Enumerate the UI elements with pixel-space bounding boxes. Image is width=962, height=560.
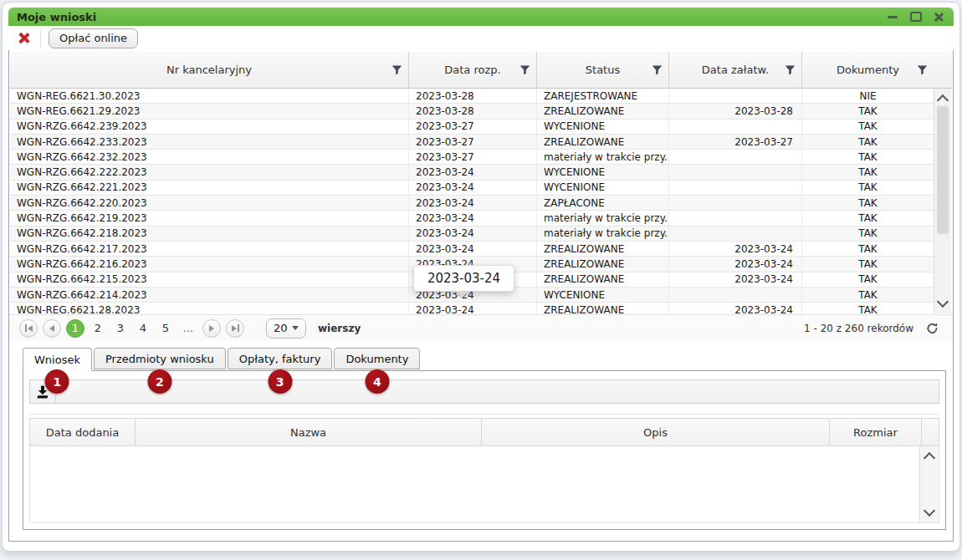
page-number[interactable]: 4 (134, 319, 152, 338)
pagination-right: 1 - 20 z 260 rekordów (804, 321, 943, 335)
annotation-badge: 3 (268, 369, 292, 394)
table-row[interactable]: WGN-RZG.6642.232.2023 2023-03-27 materia… (10, 150, 934, 165)
cell-status: materiały w trakcie przy... (536, 211, 668, 225)
table-row[interactable]: WGN-RZG.6642.233.2023 2023-03-27 ZREALIZ… (10, 135, 934, 150)
last-page-button[interactable] (226, 319, 244, 338)
documents-column-header[interactable]: Rozmiar (829, 419, 921, 445)
table-row[interactable]: WGN-RZG.6642.222.2023 2023-03-24 WYCENIO… (10, 165, 934, 180)
cell-data-rozp: 2023-03-24 (408, 242, 536, 256)
first-page-button[interactable] (19, 319, 38, 338)
cell-status: WYCENIONE (536, 165, 668, 179)
cell-data-zalatw (668, 288, 801, 302)
grid-header-filler (934, 52, 952, 88)
filter-icon[interactable] (917, 64, 928, 75)
cell-data-zalatw: 2023-03-24 (668, 257, 801, 271)
grid-column-header[interactable]: Data załatw. (668, 52, 801, 88)
cell-nr-kancelaryjny: WGN-RZG.6642.215.2023 (10, 272, 408, 287)
tab-label: Przedmioty wniosku (105, 353, 214, 365)
cell-dokumenty: TAK (801, 227, 934, 241)
filter-icon[interactable] (785, 64, 796, 75)
cell-data-rozp: 2023-03-24 (408, 227, 536, 241)
cell-status: WYCENIONE (536, 181, 668, 195)
cell-nr-kancelaryjny: WGN-RZG.6642.214.2023 (10, 288, 408, 302)
prev-page-button[interactable] (43, 319, 61, 338)
cell-data-rozp: 2023-03-28 (408, 104, 536, 118)
page-number[interactable]: 3 (111, 319, 130, 338)
page-size-select[interactable]: 20 (266, 318, 306, 339)
table-row[interactable]: WGN-RZG.6642.219.2023 2023-03-24 materia… (10, 211, 934, 226)
documents-column-header[interactable]: Opis (481, 419, 829, 445)
cell-dokumenty: TAK (801, 303, 934, 313)
filter-icon[interactable] (519, 64, 530, 75)
table-row[interactable]: WGN-RZG.6642.221.2023 2023-03-24 WYCENIO… (10, 181, 934, 196)
grid-column-header[interactable]: Data rozp. (408, 52, 536, 88)
scroll-up-icon[interactable] (937, 94, 949, 106)
annotation-badge: 2 (147, 369, 171, 394)
cell-dokumenty: TAK (801, 288, 934, 302)
cell-dokumenty: TAK (801, 165, 934, 179)
table-row[interactable]: WGN-RZG.6642.220.2023 2023-03-24 ZAPŁACO… (10, 196, 934, 211)
scrollbar-thumb[interactable] (937, 106, 949, 234)
cell-data-rozp: 2023-03-24 (408, 303, 536, 313)
page-size-value: 20 (274, 322, 288, 334)
grid-column-header[interactable]: Dokumenty (801, 52, 934, 88)
grid-column-header[interactable]: Nr kancelaryjny (10, 52, 408, 88)
cell-data-zalatw: 2023-03-28 (668, 104, 801, 118)
table-row[interactable]: WGN-REG.6621.28.2023 2023-03-24 ZREALIZO… (10, 303, 934, 313)
documents-scrollbar[interactable] (919, 446, 939, 522)
maximize-button[interactable] (909, 11, 922, 23)
scroll-down-icon[interactable] (924, 505, 935, 517)
page-number[interactable]: 1 (66, 319, 84, 338)
filter-icon[interactable] (652, 64, 663, 75)
documents-column-header[interactable]: Nazwa (135, 419, 481, 445)
table-row[interactable]: WGN-RZG.6642.217.2023 2023-03-24 ZREALIZ… (10, 242, 934, 257)
cell-nr-kancelaryjny: WGN-RZG.6642.217.2023 (10, 242, 408, 256)
table-row[interactable]: WGN-RZG.6642.218.2023 2023-03-24 materia… (10, 227, 934, 242)
cell-status: ZREALIZOWANE (536, 104, 668, 118)
prev-page-icon (49, 325, 54, 332)
annotation-badge: 1 (45, 369, 69, 394)
cell-dokumenty: TAK (801, 150, 934, 164)
cell-status: ZREALIZOWANE (536, 257, 668, 271)
cell-data-rozp: 2023-03-24 (408, 211, 536, 225)
page-number[interactable]: 5 (156, 319, 175, 338)
documents-column-header[interactable]: Data dodania (30, 419, 135, 445)
table-row[interactable]: WGN-REG.6621.30.2023 2023-03-28 ZAREJEST… (10, 89, 934, 104)
cell-dokumenty: TAK (801, 196, 934, 210)
grid-column-header[interactable]: Status (536, 52, 668, 88)
table-row[interactable]: WGN-RZG.6642.239.2023 2023-03-27 WYCENIO… (10, 120, 934, 135)
cell-nr-kancelaryjny: WGN-RZG.6642.218.2023 (10, 227, 408, 241)
cell-dokumenty: TAK (801, 120, 934, 134)
toolbar-divider (40, 29, 41, 48)
cell-data-zalatw: 2023-03-24 (668, 272, 801, 287)
cell-dokumenty: TAK (801, 181, 934, 195)
minimize-button[interactable] (886, 11, 898, 23)
next-page-button[interactable] (202, 319, 221, 338)
close-window-button[interactable] (933, 11, 945, 23)
pay-online-button[interactable]: Opłać online (49, 28, 138, 48)
grid-scrollbar[interactable] (934, 89, 951, 313)
tab[interactable]: Przedmioty wniosku 2 (94, 348, 226, 369)
documents-grid: Data dodania Nazwa Opis Rozmiar (29, 414, 939, 523)
documents-header-filler (921, 419, 939, 445)
next-page-icon (209, 325, 214, 332)
tab[interactable]: Dokumenty 4 (334, 348, 420, 369)
red-x-icon (18, 32, 31, 44)
filter-icon[interactable] (391, 64, 402, 75)
tab[interactable]: Opłaty, faktury 3 (228, 348, 333, 369)
cell-dokumenty: TAK (801, 135, 934, 149)
table-row[interactable]: WGN-REG.6621.29.2023 2023-03-28 ZREALIZO… (10, 104, 934, 119)
refresh-icon[interactable] (925, 321, 939, 335)
page-number[interactable]: 2 (89, 319, 107, 338)
tab-label: Opłaty, faktury (239, 353, 321, 365)
annotation-badge: 4 (365, 369, 389, 394)
cell-nr-kancelaryjny: WGN-REG.6621.29.2023 (10, 104, 408, 118)
close-view-button[interactable] (16, 30, 33, 47)
scroll-up-icon[interactable] (924, 452, 935, 464)
cell-status: ZAREJESTROWANE (536, 89, 668, 103)
cell-nr-kancelaryjny: WGN-RZG.6642.220.2023 (10, 196, 408, 210)
tab[interactable]: Wniosek 1 (23, 348, 92, 371)
page-number[interactable]: ... (179, 319, 197, 338)
cell-nr-kancelaryjny: WGN-RZG.6642.222.2023 (10, 165, 408, 179)
scroll-down-icon[interactable] (937, 296, 949, 308)
